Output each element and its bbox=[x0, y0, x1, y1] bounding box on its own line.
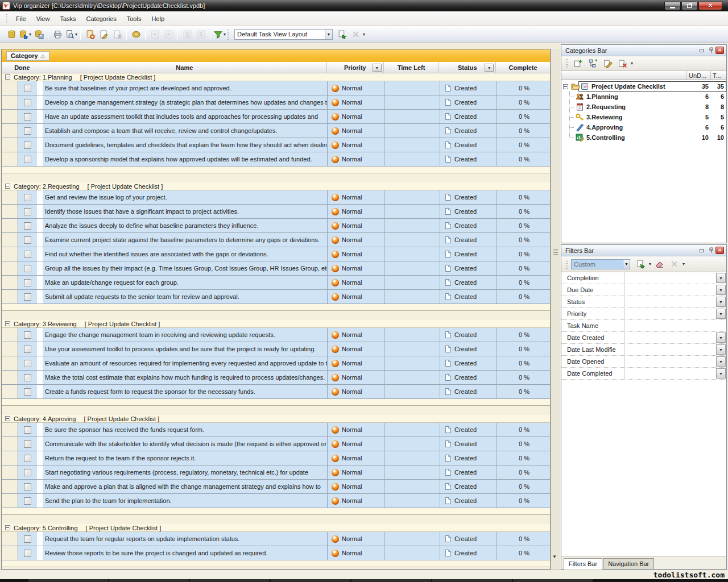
task-row[interactable]: Examine current project state against th… bbox=[2, 233, 550, 247]
collapse-icon[interactable] bbox=[5, 321, 10, 326]
task-row[interactable]: Document guidelines, templates and check… bbox=[2, 138, 550, 152]
collapse-icon[interactable] bbox=[5, 74, 10, 80]
task-row[interactable]: Create a funds request form to request t… bbox=[2, 385, 550, 399]
menu-item-view[interactable]: View bbox=[31, 14, 55, 24]
task-checkbox[interactable] bbox=[24, 251, 31, 258]
panel-close-button[interactable]: ✕ bbox=[715, 247, 724, 254]
task-row[interactable]: Return the request to the team if the sp… bbox=[2, 451, 550, 465]
task-checkbox[interactable] bbox=[24, 113, 31, 120]
filter-value-field[interactable] bbox=[625, 272, 716, 284]
task-row[interactable]: Develop a sponsorship model that explain… bbox=[2, 152, 550, 167]
task-row[interactable]: Be sure that baselines of your project a… bbox=[2, 81, 550, 95]
complete-task-button[interactable] bbox=[129, 28, 143, 41]
category-group-header[interactable]: Category: 4.Approving[ Project Update Ch… bbox=[2, 415, 550, 423]
toolbar-overflow-icon[interactable]: ▾ bbox=[363, 32, 365, 37]
filter-preset-combo[interactable]: Custom ▼ bbox=[571, 259, 630, 269]
category-group-header[interactable]: Category: 1.Planning[ Project Update Che… bbox=[2, 73, 550, 81]
delete-category-button[interactable] bbox=[615, 57, 629, 70]
task-checkbox[interactable] bbox=[24, 208, 31, 215]
move-bottom-button[interactable] bbox=[180, 28, 194, 41]
tab-filters-bar[interactable]: Filters Bar bbox=[564, 558, 602, 569]
task-row[interactable]: Establish and compose a team that will r… bbox=[2, 124, 550, 138]
task-checkbox[interactable] bbox=[24, 388, 31, 396]
task-row[interactable]: Find out whether the identified issues a… bbox=[2, 247, 550, 261]
filter-value-field[interactable] bbox=[625, 368, 716, 379]
category-tree-item[interactable]: 1.Planning66 bbox=[561, 92, 726, 102]
print-preview-button[interactable]: ▾ bbox=[64, 28, 78, 41]
menu-item-file[interactable]: File bbox=[11, 14, 31, 24]
filter-dropdown-button[interactable]: ▼ bbox=[716, 344, 726, 355]
filter-value-field[interactable] bbox=[625, 356, 716, 367]
category-tree-root[interactable]: Project Update Checklist3535 bbox=[561, 81, 726, 92]
column-header-timeleft[interactable]: Time Left bbox=[383, 62, 439, 73]
print-button[interactable] bbox=[51, 28, 64, 41]
todolistsoft-link[interactable]: todolistsoft.com bbox=[653, 571, 725, 579]
tab-navigation-bar[interactable]: Navigation Bar bbox=[603, 558, 654, 569]
task-row[interactable]: Review those reports to be sure the proj… bbox=[2, 546, 550, 560]
task-checkbox[interactable] bbox=[24, 331, 31, 339]
new-category-button[interactable] bbox=[571, 57, 585, 70]
category-tree-item[interactable]: 2.Requesting88 bbox=[561, 102, 726, 112]
task-checkbox[interactable] bbox=[24, 440, 31, 448]
task-checkbox[interactable] bbox=[24, 497, 31, 505]
priority-filter-button[interactable]: ▼ bbox=[373, 64, 382, 72]
move-top-button[interactable] bbox=[194, 28, 208, 41]
filter-value-field[interactable] bbox=[625, 320, 726, 331]
chevron-down-icon[interactable]: ▾ bbox=[224, 32, 226, 37]
menu-item-categories[interactable]: Categories bbox=[81, 14, 122, 24]
category-group-header[interactable]: Category: 5.Controlling[ Project Update … bbox=[2, 524, 550, 532]
task-row[interactable]: Identify those issues that have a signif… bbox=[2, 205, 550, 219]
filter-dropdown-button[interactable]: ▼ bbox=[716, 285, 726, 295]
filter-value-field[interactable] bbox=[625, 332, 716, 343]
layout-combo[interactable]: Default Task View Layout▼ bbox=[234, 29, 333, 40]
edit-category-button[interactable] bbox=[601, 57, 614, 70]
apply-layout-button[interactable] bbox=[335, 28, 349, 41]
delete-filter-button[interactable] bbox=[667, 257, 681, 271]
clear-filter-button[interactable] bbox=[652, 257, 666, 271]
task-checkbox[interactable] bbox=[24, 99, 31, 106]
filter-dropdown-button[interactable]: ▼ bbox=[716, 356, 726, 367]
filter-dropdown-button[interactable]: ▼ bbox=[716, 332, 726, 343]
status-filter-button[interactable]: ▼ bbox=[485, 64, 494, 72]
column-header-status[interactable]: Status ▼ bbox=[439, 62, 495, 73]
filter-button[interactable]: ▾ bbox=[213, 28, 226, 41]
new-task-button[interactable] bbox=[83, 28, 97, 41]
task-row[interactable]: Make an update/change request for each g… bbox=[2, 276, 550, 290]
toolbar-overflow-icon[interactable]: ▾ bbox=[631, 61, 633, 66]
collapse-icon[interactable] bbox=[5, 184, 10, 189]
task-checkbox[interactable] bbox=[24, 469, 31, 476]
task-checkbox[interactable] bbox=[24, 279, 31, 286]
filter-dropdown-button[interactable]: ▼ bbox=[716, 297, 726, 307]
delete-layout-button[interactable] bbox=[349, 28, 362, 41]
move-up-button[interactable] bbox=[162, 28, 175, 41]
task-row[interactable]: Have an update assessment toolkit that i… bbox=[2, 110, 550, 124]
task-checkbox[interactable] bbox=[24, 426, 31, 434]
menu-item-tools[interactable]: Tools bbox=[122, 14, 147, 24]
task-checkbox[interactable] bbox=[24, 236, 31, 244]
task-row[interactable]: Get and review the issue log of your pro… bbox=[2, 190, 550, 205]
task-checkbox[interactable] bbox=[24, 194, 31, 201]
filter-value-field[interactable] bbox=[625, 344, 716, 355]
task-row[interactable]: Send the plan to the team for implementa… bbox=[2, 494, 550, 508]
edit-task-button[interactable] bbox=[97, 28, 110, 41]
panel-splitter[interactable]: ▼ bbox=[551, 49, 560, 569]
close-button[interactable]: ✕ bbox=[698, 2, 722, 10]
filter-value-field[interactable] bbox=[625, 308, 716, 319]
move-down-button[interactable] bbox=[148, 28, 162, 41]
chevron-down-icon[interactable]: ▼ bbox=[623, 259, 630, 269]
task-checkbox[interactable] bbox=[24, 535, 31, 543]
column-header-done[interactable]: Done bbox=[2, 62, 43, 73]
collapse-icon[interactable] bbox=[5, 416, 10, 421]
filter-dropdown-button[interactable]: ▼ bbox=[716, 368, 726, 379]
chevron-down-icon[interactable]: ▼ bbox=[325, 29, 333, 40]
column-header-name[interactable]: Name bbox=[43, 62, 326, 73]
task-checkbox[interactable] bbox=[24, 156, 31, 163]
task-row[interactable]: Be sure the sponsor has received the fun… bbox=[2, 423, 550, 437]
panel-pin-button[interactable] bbox=[707, 47, 715, 54]
filter-dropdown-button[interactable]: ▼ bbox=[716, 309, 726, 319]
toolbar-overflow-icon[interactable]: ▾ bbox=[682, 261, 685, 267]
panel-restore-button[interactable] bbox=[697, 247, 706, 254]
chevron-down-icon[interactable]: ▾ bbox=[75, 32, 77, 37]
category-tree-item[interactable]: 4.Approving66 bbox=[561, 122, 726, 132]
menu-item-help[interactable]: Help bbox=[146, 14, 169, 24]
